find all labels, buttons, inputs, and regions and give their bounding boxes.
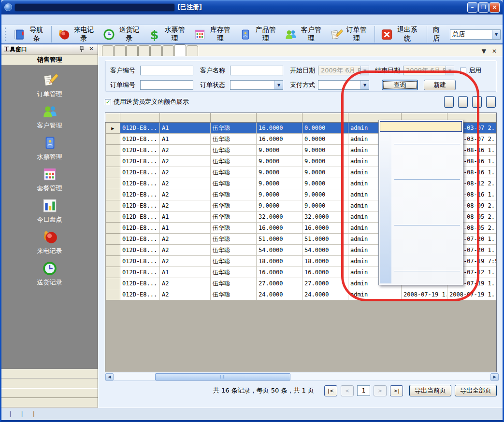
order-status-select[interactable]: ▼ bbox=[230, 80, 283, 90]
start-date-picker[interactable]: 2009年 6月 8日 ▼ bbox=[318, 66, 369, 75]
context-menu-item[interactable] bbox=[380, 121, 462, 132]
tab[interactable] bbox=[114, 45, 126, 56]
tab[interactable] bbox=[138, 45, 150, 56]
menu-item[interactable] bbox=[16, 19, 26, 21]
row-selector[interactable] bbox=[106, 267, 120, 278]
row-selector[interactable] bbox=[106, 145, 120, 156]
menu-item[interactable] bbox=[58, 19, 68, 21]
sidebar-category[interactable] bbox=[1, 379, 98, 388]
context-menu-item[interactable] bbox=[380, 146, 462, 156]
close-icon[interactable]: ✕ bbox=[87, 45, 95, 53]
toolbar-button[interactable]: 来电记录 bbox=[51, 26, 100, 42]
sidebar-item[interactable]: 今日盘点 bbox=[37, 197, 62, 224]
sidebar-item[interactable]: 水票管理 bbox=[37, 135, 62, 161]
tab[interactable] bbox=[174, 44, 186, 56]
payment-select[interactable]: ▼ bbox=[318, 80, 369, 90]
context-menu-item[interactable] bbox=[380, 156, 462, 167]
context-menu-item[interactable] bbox=[380, 227, 462, 238]
row-selector[interactable] bbox=[106, 223, 120, 234]
toolbar-button[interactable]: 客户管理 bbox=[281, 26, 327, 42]
toolbar-button[interactable]: 导航条 bbox=[10, 26, 49, 42]
sidebar-category[interactable] bbox=[1, 369, 98, 379]
scroll-left-icon[interactable]: ◀ bbox=[105, 373, 114, 380]
tab[interactable] bbox=[126, 45, 138, 56]
menu-item[interactable] bbox=[69, 19, 79, 21]
row-selector[interactable] bbox=[106, 289, 120, 300]
menu-item[interactable] bbox=[37, 19, 47, 21]
minimize-button[interactable]: – bbox=[467, 2, 477, 13]
order-status-filter-button[interactable] bbox=[458, 96, 468, 108]
grid-column-header[interactable] bbox=[160, 113, 211, 123]
chevron-down-icon[interactable]: ▼ bbox=[446, 66, 454, 75]
context-menu-item[interactable] bbox=[380, 132, 462, 142]
next-page-button[interactable]: > bbox=[374, 385, 387, 396]
end-date-picker[interactable]: 2009年 6月 8日 ▼ bbox=[403, 66, 454, 75]
menu-item[interactable] bbox=[5, 19, 15, 21]
row-selector[interactable] bbox=[106, 178, 120, 189]
horizontal-scrollbar[interactable]: ◀ ▶ bbox=[105, 373, 499, 381]
sidebar-item[interactable]: 送货记录 bbox=[37, 260, 62, 287]
context-menu-item[interactable] bbox=[380, 248, 462, 259]
row-selector[interactable] bbox=[106, 278, 120, 289]
pin-icon[interactable] bbox=[78, 45, 86, 53]
row-selector[interactable] bbox=[106, 167, 120, 178]
first-page-button[interactable]: |< bbox=[324, 385, 337, 396]
toolbar-grip[interactable] bbox=[5, 28, 8, 41]
query-button[interactable]: 查询 bbox=[382, 80, 418, 90]
customer-no-input[interactable] bbox=[140, 66, 193, 75]
toolbar-button[interactable]: 水票管理 bbox=[145, 26, 190, 42]
prev-page-button[interactable]: < bbox=[341, 385, 354, 396]
grid-column-header[interactable] bbox=[120, 113, 160, 123]
grid-column-header[interactable] bbox=[302, 113, 348, 123]
grid-column-header[interactable] bbox=[211, 113, 257, 123]
context-menu-item[interactable] bbox=[380, 181, 462, 192]
row-selector[interactable] bbox=[106, 234, 120, 245]
row-selector[interactable] bbox=[106, 189, 120, 200]
menu-item[interactable] bbox=[48, 19, 58, 21]
row-selector[interactable] bbox=[106, 200, 120, 211]
order-status-filter-button[interactable] bbox=[444, 96, 454, 108]
tab-list-dropdown-icon[interactable]: ▼ bbox=[482, 48, 486, 54]
tab[interactable] bbox=[102, 45, 114, 56]
new-button[interactable]: 新建 bbox=[424, 80, 456, 90]
export-current-page-button[interactable]: 导出当前页 bbox=[409, 385, 451, 396]
grid-column-header[interactable] bbox=[106, 113, 120, 123]
toolbar-button[interactable]: 库存管理 bbox=[190, 26, 236, 42]
chevron-down-icon[interactable]: ▼ bbox=[360, 66, 369, 75]
row-selector[interactable] bbox=[106, 211, 120, 223]
chevron-down-icon[interactable]: ▼ bbox=[274, 81, 283, 89]
context-menu-item[interactable] bbox=[380, 213, 462, 224]
tab-close-icon[interactable]: ✕ bbox=[492, 48, 497, 54]
row-selector[interactable] bbox=[106, 245, 120, 256]
scrollbar-thumb[interactable] bbox=[155, 373, 290, 380]
menu-item[interactable] bbox=[27, 19, 36, 21]
toolbar-button[interactable]: 订单管理 bbox=[327, 26, 372, 42]
context-menu-item[interactable] bbox=[380, 167, 462, 178]
tab[interactable] bbox=[187, 45, 198, 56]
order-status-filter-button[interactable] bbox=[486, 96, 496, 108]
delivery-color-checkbox[interactable]: ✓ bbox=[105, 99, 111, 105]
chevron-down-icon[interactable]: ▼ bbox=[360, 81, 369, 89]
sidebar-item[interactable]: 来电记录 bbox=[37, 229, 62, 255]
tab[interactable] bbox=[162, 45, 174, 56]
context-menu-item[interactable] bbox=[380, 273, 462, 283]
toolbar-button[interactable]: 退出系统 bbox=[374, 26, 423, 42]
toolbar-button[interactable]: 送货记录 bbox=[100, 26, 145, 42]
table-row[interactable]: 012D-E8... A2 伍华聪 24.0000 24.0000 admin … bbox=[106, 289, 497, 300]
context-menu-item[interactable] bbox=[380, 202, 462, 213]
row-selector[interactable] bbox=[106, 156, 120, 167]
scroll-right-icon[interactable]: ▶ bbox=[490, 373, 499, 380]
sidebar-category[interactable] bbox=[1, 398, 98, 408]
context-menu-item[interactable] bbox=[380, 259, 462, 269]
order-no-input[interactable] bbox=[140, 80, 193, 90]
row-selector[interactable] bbox=[106, 134, 120, 145]
row-selector[interactable] bbox=[106, 256, 120, 267]
sidebar-item[interactable]: 套餐管理 bbox=[37, 166, 62, 193]
chevron-down-icon[interactable]: ▼ bbox=[492, 30, 500, 39]
row-selector[interactable]: ▶ bbox=[106, 123, 120, 134]
sidebar-group-header[interactable]: 销售管理 bbox=[1, 55, 98, 65]
customer-name-input[interactable] bbox=[230, 66, 283, 75]
enable-checkbox[interactable] bbox=[460, 68, 466, 74]
context-menu-item[interactable] bbox=[380, 192, 462, 202]
sidebar-category[interactable] bbox=[1, 388, 98, 398]
